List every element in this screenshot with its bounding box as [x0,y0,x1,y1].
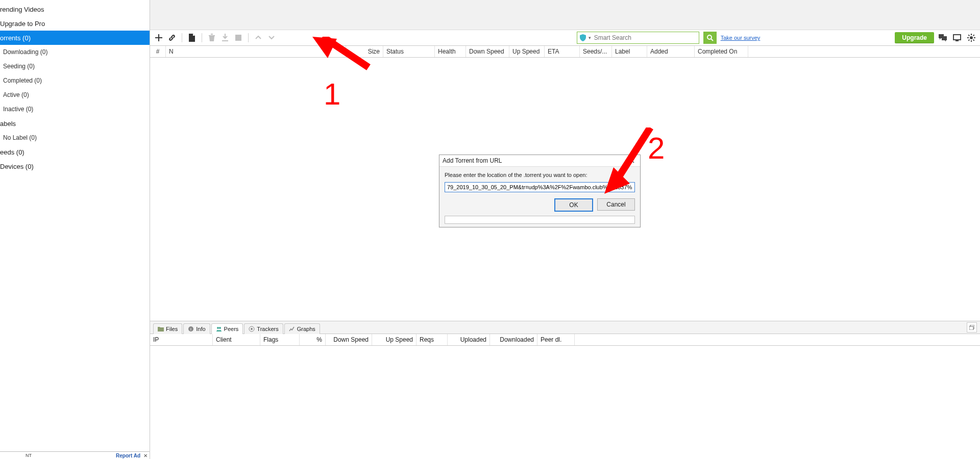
sidebar-torrents[interactable]: orrents (0) [0,31,150,45]
sidebar-upgrade-pro[interactable]: Upgrade to Pro [0,16,150,31]
sidebar-completed[interactable]: Completed (0) [0,73,150,88]
peer-col-reqs[interactable]: Reqs [416,334,448,345]
col-up-speed[interactable]: Up Speed [509,46,545,57]
start-button[interactable] [219,32,231,43]
col-eta[interactable]: ETA [545,46,580,57]
search-wrap: ▾ Take our survey [577,32,761,44]
peer-col-client[interactable]: Client [213,334,260,345]
sidebar-list: rending Videos Upgrade to Pro orrents (0… [0,0,150,173]
move-up-button[interactable] [253,32,264,43]
close-icon [629,158,634,163]
dialog-label: Please enter the location of the .torren… [445,172,635,178]
survey-link[interactable]: Take our survey [721,35,761,41]
remote-button[interactable] [951,32,963,43]
info-icon: i [188,326,194,332]
tab-info[interactable]: i Info [183,323,210,334]
report-ad-link[interactable]: Report Ad [116,453,140,458]
peer-col-up-speed[interactable]: Up Speed [372,334,416,345]
create-torrent-button[interactable] [186,32,198,43]
toolbar-separator [202,33,202,42]
dialog-titlebar[interactable]: Add Torrent from URL [439,155,640,167]
ad-bar: NT Report Ad ✕ [0,451,150,459]
col-down-speed[interactable]: Down Speed [466,46,509,57]
col-seeds[interactable]: Seeds/... [580,46,612,57]
col-name[interactable]: N [166,46,346,57]
sidebar-devices[interactable]: Devices (0) [0,159,150,173]
sidebar-downloading[interactable]: Downloading (0) [0,45,150,59]
sidebar-no-label[interactable]: No Label (0) [0,131,150,145]
peer-col-peer-dl[interactable]: Peer dl. [537,334,575,345]
folder-icon [158,326,164,332]
tab-graphs[interactable]: Graphs [284,323,320,334]
dialog-close-button[interactable] [627,156,637,165]
peer-col-uploaded[interactable]: Uploaded [448,334,490,345]
shield-icon [579,34,586,41]
add-url-dialog: Add Torrent from URL Please enter the lo… [439,155,641,227]
col-completed-on[interactable]: Completed On [695,46,748,57]
search-box[interactable]: ▾ [577,32,699,44]
dialog-title: Add Torrent from URL [443,157,502,164]
remove-button[interactable] [206,32,217,43]
upgrade-button[interactable]: Upgrade [895,32,934,43]
toolbar: ▾ Take our survey Upgrade [150,30,980,46]
col-label[interactable]: Label [612,46,647,57]
chat-button[interactable] [937,32,948,43]
restore-icon [969,325,974,330]
panel-restore-button[interactable] [967,322,977,333]
ok-button[interactable]: OK [554,198,593,212]
col-added[interactable]: Added [647,46,695,57]
dialog-body: Please enter the location of the .torren… [439,167,640,227]
svg-rect-0 [235,35,241,41]
sidebar-seeding[interactable]: Seeding (0) [0,59,150,73]
add-torrent-button[interactable] [153,32,164,43]
plus-icon [155,34,162,41]
peer-col-ip[interactable]: IP [150,334,213,345]
sidebar-labels[interactable]: abels [0,116,150,131]
search-icon [706,34,714,41]
tab-graphs-label: Graphs [297,326,315,332]
sidebar: rending Videos Upgrade to Pro orrents (0… [0,0,150,459]
sidebar-active[interactable]: Active (0) [0,88,150,102]
add-url-button[interactable] [166,32,178,43]
col-size[interactable]: Size [346,46,383,57]
svg-point-6 [217,327,219,329]
sidebar-feeds[interactable]: eeds (0) [0,145,150,159]
peer-col-down-speed[interactable]: Down Speed [326,334,372,345]
chevron-up-icon [255,35,261,40]
toolbar-separator [248,33,249,42]
dialog-buttons: OK Cancel [445,198,635,212]
peers-icon [216,326,222,332]
monitor-icon [953,34,961,41]
sidebar-inactive[interactable]: Inactive (0) [0,102,150,116]
url-input[interactable] [445,182,635,192]
toolbar-separator [182,33,182,42]
stop-button[interactable] [233,32,244,43]
search-input[interactable] [593,34,697,42]
peer-col-pct[interactable]: % [300,334,326,345]
tab-trackers[interactable]: Trackers [244,323,283,334]
svg-point-7 [219,327,221,329]
search-button[interactable] [703,32,717,44]
tab-peers[interactable]: Peers [211,323,243,334]
search-dropdown-icon[interactable]: ▾ [589,35,591,40]
tab-trackers-label: Trackers [257,326,278,332]
bottom-panel: Files i Info Peers Trackers Graphs [150,321,980,459]
cancel-button[interactable]: Cancel [597,198,635,211]
torrent-columns: # N Size Status Health Down Speed Up Spe… [150,46,980,58]
peers-body[interactable] [150,346,980,459]
chevron-down-icon [268,35,275,40]
col-num[interactable]: # [150,46,166,57]
tab-files[interactable]: Files [153,323,182,334]
svg-point-3 [970,36,973,39]
peer-col-flags[interactable]: Flags [260,334,300,345]
gear-icon [967,34,975,42]
col-health[interactable]: Health [435,46,466,57]
move-down-button[interactable] [266,32,277,43]
settings-button[interactable] [966,32,977,43]
peer-col-downloaded[interactable]: Downloaded [490,334,537,345]
target-icon [249,326,255,332]
sidebar-trending-videos[interactable]: rending Videos [0,2,150,16]
col-status[interactable]: Status [383,46,435,57]
download-icon [222,34,229,42]
ad-close-icon[interactable]: ✕ [143,453,148,458]
